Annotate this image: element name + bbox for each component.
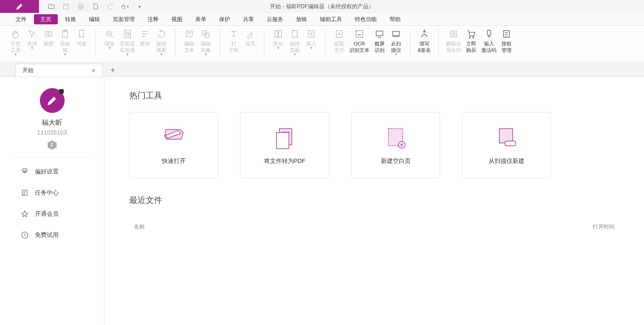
menu-表单[interactable]: 表单: [189, 13, 213, 26]
menu-编辑[interactable]: 编辑: [83, 13, 106, 26]
trial-icon: [20, 230, 29, 240]
from-scanner-icon: [493, 125, 520, 151]
chevron-down-icon: ▾: [127, 52, 128, 56]
chevron-down-icon: ▾: [310, 46, 312, 50]
sidebar-item-vip[interactable]: 开通会员: [20, 203, 104, 224]
qat-open[interactable]: [47, 2, 55, 11]
fillsign-icon: [419, 28, 430, 39]
main-area: 福大昕 111035103 F 偏好设置任务中心开通会员免费试用 热门工具 快速…: [0, 77, 644, 325]
ribbon-insert[interactable]: 插入▾: [303, 28, 319, 51]
menu-页面管理[interactable]: 页面管理: [106, 13, 141, 26]
insert-icon: [306, 28, 317, 39]
license-icon: [501, 28, 512, 39]
menu-云服务[interactable]: 云服务: [260, 13, 290, 26]
ribbon: 手型 工具▾选择▾截图剪贴 板▾书签缩放▾页面适 应选项▾重排旋转 视图▾编辑 …: [0, 26, 644, 62]
menu-主页[interactable]: 主页: [34, 14, 58, 24]
svg-rect-20: [393, 32, 400, 36]
menu-帮助[interactable]: 帮助: [383, 13, 407, 26]
app-logo[interactable]: [0, 0, 39, 13]
menu-共享[interactable]: 共享: [237, 13, 260, 26]
tool-card-blank-page[interactable]: 新建空白页: [351, 112, 440, 178]
svg-rect-11: [203, 31, 207, 35]
ribbon-clipboard[interactable]: 剪贴 板▾: [57, 28, 73, 57]
svg-rect-14: [279, 31, 281, 38]
tool-card-open-file[interactable]: 快速打开: [129, 112, 218, 178]
ribbon-scanner[interactable]: 从扫 描仪▾: [388, 28, 404, 57]
pen-nib-icon: [46, 94, 59, 107]
ribbon-editobj[interactable]: 编辑 对象▾: [198, 28, 214, 57]
ribbon-license[interactable]: 授权 管理: [498, 28, 515, 54]
menu-特色功能[interactable]: 特色功能: [348, 13, 383, 26]
ribbon-zoom[interactable]: 缩放▾: [101, 28, 118, 51]
recent-section-title: 最近文件: [129, 195, 619, 206]
ribbon-fitpage[interactable]: 页面适 应选项▾: [118, 28, 137, 57]
chevron-down-icon: ▾: [294, 52, 296, 56]
ribbon-rotatepage[interactable]: 旋转 页面▾: [286, 28, 303, 57]
qat-save[interactable]: [62, 2, 70, 11]
tool-card-convert-pdf[interactable]: PDF将文件转为PDF: [240, 112, 329, 178]
qat-export[interactable]: [91, 2, 99, 11]
menu-保护[interactable]: 保护: [213, 13, 237, 26]
sidebar-item-tasks[interactable]: 任务中心: [20, 182, 104, 203]
ribbon-typewriter[interactable]: 打 字机: [226, 28, 242, 54]
svg-point-22: [469, 37, 471, 38]
close-icon[interactable]: ✕: [91, 67, 98, 74]
ribbon-bookmark[interactable]: 书签: [73, 28, 90, 48]
tool-cards: 快速打开PDF将文件转为PDF新建空白页从扫描仪新建: [129, 112, 619, 178]
ribbon-rotate[interactable]: 旋转 视图▾: [153, 28, 170, 57]
ribbon-ocr[interactable]: OCR 识别文本: [347, 28, 371, 54]
ribbon-watermark[interactable]: 删除试 用水印: [444, 28, 463, 54]
activate-icon: [484, 28, 495, 39]
qat-customize[interactable]: ▾: [135, 2, 143, 11]
ribbon-reflow[interactable]: 重排: [137, 28, 153, 48]
sidebar-item-settings[interactable]: 偏好设置: [20, 161, 104, 182]
menu-视图[interactable]: 视图: [165, 13, 189, 26]
tasks-icon: [20, 188, 29, 197]
ribbon-fillsign[interactable]: 填写 &签名: [416, 28, 433, 54]
fitpage-icon: [122, 28, 133, 39]
menu-文件[interactable]: 文件: [9, 13, 33, 26]
watermark-icon: [448, 28, 459, 39]
svg-rect-9: [124, 30, 130, 38]
redo-icon: [106, 3, 114, 10]
svg-rect-3: [79, 7, 83, 9]
ribbon-activate[interactable]: 输入 激活码: [479, 28, 498, 54]
qat-touch[interactable]: ▾: [121, 2, 129, 11]
rotatepage-icon: [289, 28, 300, 39]
ribbon-select[interactable]: 选择▾: [24, 28, 40, 51]
add-tab-button[interactable]: +: [106, 64, 119, 77]
tool-card-from-scanner[interactable]: 从扫描仪新建: [462, 112, 551, 178]
svg-rect-24: [487, 30, 490, 35]
qat-redo[interactable]: [106, 2, 114, 11]
ribbon-highlight[interactable]: 高亮: [242, 28, 259, 48]
ribbon-snapshot[interactable]: 截图: [40, 28, 57, 48]
chevron-down-icon: ▾: [109, 46, 110, 50]
user-id: 111035103: [37, 129, 67, 136]
bookmark-icon: [76, 28, 87, 39]
chevron-down-icon: ▾: [15, 52, 17, 56]
ribbon-extract[interactable]: 提取 文字: [331, 28, 347, 54]
chevron-down-icon: ▾: [277, 46, 279, 50]
ribbon-hand[interactable]: 手型 工具▾: [7, 28, 24, 57]
buy-icon: [466, 28, 477, 39]
sidebar-item-trial[interactable]: 免费试用: [20, 224, 104, 246]
menu-放映[interactable]: 放映: [290, 13, 314, 26]
svg-rect-35: [505, 141, 516, 146]
ribbon-screenocr[interactable]: 截屏 识别: [371, 28, 388, 54]
document-tab-start[interactable]: 开始 ✕: [16, 64, 103, 77]
ribbon-edittext[interactable]: 编辑 文本: [181, 28, 198, 54]
svg-rect-1: [79, 4, 83, 6]
ribbon-split[interactable]: 拆分▾: [270, 28, 286, 51]
editobj-icon: [200, 28, 211, 39]
svg-rect-15: [292, 31, 297, 38]
menu-注释[interactable]: 注释: [141, 13, 165, 26]
menu-辅助工具[interactable]: 辅助工具: [314, 13, 348, 26]
document-icon: [92, 3, 99, 10]
qat-print[interactable]: [77, 2, 85, 11]
svg-rect-18: [356, 31, 363, 38]
avatar[interactable]: [40, 88, 65, 113]
svg-point-23: [473, 37, 474, 38]
ribbon-buy[interactable]: 立即 购买: [463, 28, 479, 54]
menu-转换[interactable]: 转换: [59, 13, 83, 26]
chevron-down-icon: ▾: [160, 52, 162, 56]
